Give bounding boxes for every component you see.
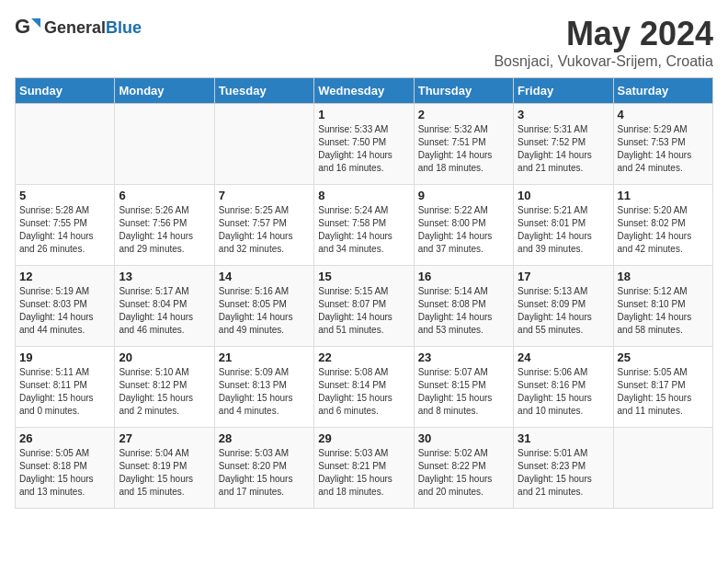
day-info: Sunrise: 5:26 AM Sunset: 7:56 PM Dayligh… bbox=[119, 204, 210, 256]
day-info: Sunrise: 5:22 AM Sunset: 8:00 PM Dayligh… bbox=[418, 204, 509, 256]
day-number: 2 bbox=[418, 108, 509, 121]
days-header-row: SundayMondayTuesdayWednesdayThursdayFrid… bbox=[16, 78, 713, 104]
day-number: 29 bbox=[318, 431, 409, 445]
day-info: Sunrise: 5:25 AM Sunset: 7:57 PM Dayligh… bbox=[219, 204, 310, 256]
day-cell bbox=[115, 104, 214, 185]
calendar-header: G GeneralBlue May 2024 Bosnjaci, Vukovar… bbox=[15, 15, 713, 70]
day-info: Sunrise: 5:12 AM Sunset: 8:10 PM Dayligh… bbox=[618, 285, 709, 337]
day-cell: 20Sunrise: 5:10 AM Sunset: 8:12 PM Dayli… bbox=[115, 347, 214, 428]
day-info: Sunrise: 5:16 AM Sunset: 8:05 PM Dayligh… bbox=[219, 285, 310, 337]
day-info: Sunrise: 5:03 AM Sunset: 8:21 PM Dayligh… bbox=[318, 447, 409, 499]
day-info: Sunrise: 5:03 AM Sunset: 8:20 PM Dayligh… bbox=[219, 447, 310, 499]
day-cell: 12Sunrise: 5:19 AM Sunset: 8:03 PM Dayli… bbox=[16, 266, 115, 347]
day-header-thursday: Thursday bbox=[414, 78, 513, 104]
day-number: 14 bbox=[219, 270, 310, 283]
day-header-saturday: Saturday bbox=[613, 78, 712, 104]
day-number: 21 bbox=[219, 350, 310, 364]
day-cell: 3Sunrise: 5:31 AM Sunset: 7:52 PM Daylig… bbox=[514, 104, 613, 185]
day-number: 23 bbox=[418, 350, 509, 364]
day-cell: 21Sunrise: 5:09 AM Sunset: 8:13 PM Dayli… bbox=[214, 347, 313, 428]
day-info: Sunrise: 5:17 AM Sunset: 8:04 PM Dayligh… bbox=[119, 285, 210, 337]
day-info: Sunrise: 5:06 AM Sunset: 8:16 PM Dayligh… bbox=[518, 366, 609, 418]
day-info: Sunrise: 5:11 AM Sunset: 8:11 PM Dayligh… bbox=[19, 366, 110, 418]
calendar-table: SundayMondayTuesdayWednesdayThursdayFrid… bbox=[15, 77, 713, 509]
svg-marker-1 bbox=[31, 18, 40, 28]
day-number: 13 bbox=[119, 270, 210, 283]
logo: G GeneralBlue bbox=[15, 15, 142, 40]
day-cell: 14Sunrise: 5:16 AM Sunset: 8:05 PM Dayli… bbox=[214, 266, 313, 347]
day-number: 25 bbox=[618, 350, 709, 364]
day-info: Sunrise: 5:15 AM Sunset: 8:07 PM Dayligh… bbox=[318, 285, 409, 337]
day-number: 10 bbox=[518, 189, 609, 202]
day-info: Sunrise: 5:28 AM Sunset: 7:55 PM Dayligh… bbox=[19, 204, 110, 256]
day-number: 27 bbox=[119, 431, 210, 445]
day-cell: 9Sunrise: 5:22 AM Sunset: 8:00 PM Daylig… bbox=[414, 185, 513, 266]
day-info: Sunrise: 5:24 AM Sunset: 7:58 PM Dayligh… bbox=[318, 204, 409, 256]
day-number: 30 bbox=[418, 431, 509, 445]
day-number: 20 bbox=[119, 350, 210, 364]
day-number: 18 bbox=[618, 270, 709, 283]
day-cell: 15Sunrise: 5:15 AM Sunset: 8:07 PM Dayli… bbox=[314, 266, 414, 347]
day-number: 15 bbox=[318, 270, 409, 283]
day-info: Sunrise: 5:31 AM Sunset: 7:52 PM Dayligh… bbox=[518, 123, 609, 175]
day-cell: 5Sunrise: 5:28 AM Sunset: 7:55 PM Daylig… bbox=[16, 185, 115, 266]
day-cell: 2Sunrise: 5:32 AM Sunset: 7:51 PM Daylig… bbox=[414, 104, 513, 185]
day-cell: 31Sunrise: 5:01 AM Sunset: 8:23 PM Dayli… bbox=[514, 428, 613, 509]
week-row-3: 12Sunrise: 5:19 AM Sunset: 8:03 PM Dayli… bbox=[16, 266, 713, 347]
day-cell: 6Sunrise: 5:26 AM Sunset: 7:56 PM Daylig… bbox=[115, 185, 214, 266]
day-cell: 25Sunrise: 5:05 AM Sunset: 8:17 PM Dayli… bbox=[613, 347, 712, 428]
day-info: Sunrise: 5:10 AM Sunset: 8:12 PM Dayligh… bbox=[119, 366, 210, 418]
svg-text:G: G bbox=[15, 15, 30, 38]
day-info: Sunrise: 5:20 AM Sunset: 8:02 PM Dayligh… bbox=[618, 204, 709, 256]
day-info: Sunrise: 5:29 AM Sunset: 7:53 PM Dayligh… bbox=[618, 123, 709, 175]
day-number: 8 bbox=[318, 189, 409, 202]
day-info: Sunrise: 5:01 AM Sunset: 8:23 PM Dayligh… bbox=[518, 447, 609, 499]
day-cell: 11Sunrise: 5:20 AM Sunset: 8:02 PM Dayli… bbox=[613, 185, 712, 266]
day-number: 22 bbox=[318, 350, 409, 364]
day-info: Sunrise: 5:04 AM Sunset: 8:19 PM Dayligh… bbox=[119, 447, 210, 499]
logo-general-text: General bbox=[44, 18, 106, 37]
day-info: Sunrise: 5:13 AM Sunset: 8:09 PM Dayligh… bbox=[518, 285, 609, 337]
day-number: 17 bbox=[518, 270, 609, 283]
day-header-wednesday: Wednesday bbox=[314, 78, 414, 104]
day-number: 12 bbox=[19, 270, 110, 283]
day-cell: 17Sunrise: 5:13 AM Sunset: 8:09 PM Dayli… bbox=[514, 266, 613, 347]
day-header-monday: Monday bbox=[115, 78, 214, 104]
day-cell: 22Sunrise: 5:08 AM Sunset: 8:14 PM Dayli… bbox=[314, 347, 414, 428]
day-number: 5 bbox=[19, 189, 110, 202]
day-cell: 8Sunrise: 5:24 AM Sunset: 7:58 PM Daylig… bbox=[314, 185, 414, 266]
week-row-5: 26Sunrise: 5:05 AM Sunset: 8:18 PM Dayli… bbox=[16, 428, 713, 509]
day-cell: 28Sunrise: 5:03 AM Sunset: 8:20 PM Dayli… bbox=[214, 428, 313, 509]
day-number: 11 bbox=[618, 189, 709, 202]
day-cell: 18Sunrise: 5:12 AM Sunset: 8:10 PM Dayli… bbox=[613, 266, 712, 347]
day-info: Sunrise: 5:07 AM Sunset: 8:15 PM Dayligh… bbox=[418, 366, 509, 418]
title-area: May 2024 Bosnjaci, Vukovar-Srijem, Croat… bbox=[494, 15, 713, 70]
logo-blue-text: Blue bbox=[106, 18, 142, 37]
day-cell: 23Sunrise: 5:07 AM Sunset: 8:15 PM Dayli… bbox=[414, 347, 513, 428]
day-info: Sunrise: 5:09 AM Sunset: 8:13 PM Dayligh… bbox=[219, 366, 310, 418]
day-number: 3 bbox=[518, 108, 609, 121]
day-number: 1 bbox=[318, 108, 409, 121]
day-number: 26 bbox=[19, 431, 110, 445]
day-info: Sunrise: 5:19 AM Sunset: 8:03 PM Dayligh… bbox=[19, 285, 110, 337]
day-info: Sunrise: 5:32 AM Sunset: 7:51 PM Dayligh… bbox=[418, 123, 509, 175]
day-info: Sunrise: 5:05 AM Sunset: 8:18 PM Dayligh… bbox=[19, 447, 110, 499]
day-number: 16 bbox=[418, 270, 509, 283]
day-cell: 29Sunrise: 5:03 AM Sunset: 8:21 PM Dayli… bbox=[314, 428, 414, 509]
day-cell: 16Sunrise: 5:14 AM Sunset: 8:08 PM Dayli… bbox=[414, 266, 513, 347]
day-cell bbox=[613, 428, 712, 509]
day-cell bbox=[214, 104, 313, 185]
day-header-tuesday: Tuesday bbox=[214, 78, 313, 104]
day-number: 4 bbox=[618, 108, 709, 121]
week-row-1: 1Sunrise: 5:33 AM Sunset: 7:50 PM Daylig… bbox=[16, 104, 713, 185]
day-info: Sunrise: 5:21 AM Sunset: 8:01 PM Dayligh… bbox=[518, 204, 609, 256]
day-cell: 24Sunrise: 5:06 AM Sunset: 8:16 PM Dayli… bbox=[514, 347, 613, 428]
day-info: Sunrise: 5:02 AM Sunset: 8:22 PM Dayligh… bbox=[418, 447, 509, 499]
day-info: Sunrise: 5:14 AM Sunset: 8:08 PM Dayligh… bbox=[418, 285, 509, 337]
calendar-title: May 2024 bbox=[494, 15, 713, 53]
day-cell bbox=[16, 104, 115, 185]
day-number: 28 bbox=[219, 431, 310, 445]
calendar-subtitle: Bosnjaci, Vukovar-Srijem, Croatia bbox=[494, 53, 713, 70]
day-number: 7 bbox=[219, 189, 310, 202]
day-cell: 26Sunrise: 5:05 AM Sunset: 8:18 PM Dayli… bbox=[16, 428, 115, 509]
